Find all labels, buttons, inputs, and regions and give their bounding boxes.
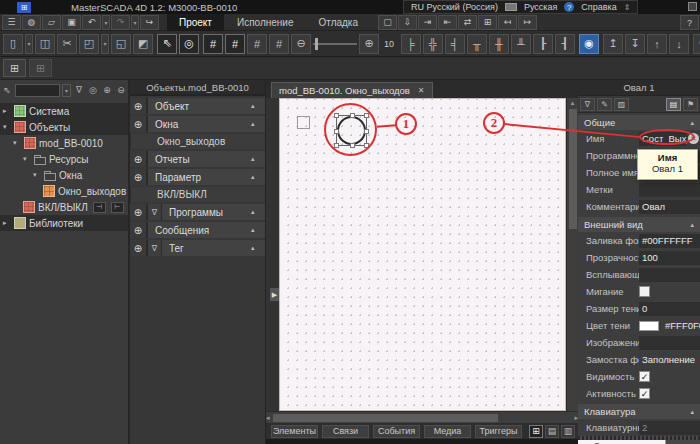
flag-icon[interactable]: ⚑ — [683, 98, 698, 111]
section-keyboard[interactable]: Клавиатура ▴ — [578, 404, 700, 419]
chevron-down-icon[interactable]: ▾ — [23, 155, 31, 163]
add-icon[interactable]: ⊕ — [130, 151, 148, 167]
help-link[interactable]: Справка — [581, 2, 616, 12]
list-item-output-window[interactable]: Окно_выходов — [130, 134, 265, 149]
tree-item-output-window[interactable]: Окно_выходов — [0, 183, 128, 199]
collapse-icon[interactable]: ▴ — [251, 155, 265, 163]
tree-item-on-off[interactable]: ВКЛ/ВЫКЛ ⊣ ⊢ — [0, 199, 128, 215]
edit-filter-button[interactable]: ✎ — [597, 98, 612, 111]
chevron-down-icon[interactable]: ▾ — [3, 123, 11, 131]
popup-field[interactable] — [639, 268, 700, 282]
tree-item-mod-bb-0010[interactable]: ▾ mod_BB-0010 — [0, 135, 128, 151]
section-appearance[interactable]: Внешний вид ▴ — [578, 217, 700, 232]
fill-color-field[interactable]: #00FFFFFF — [639, 234, 700, 248]
dock-pin-button[interactable]: ⇩ — [398, 15, 417, 30]
settings-button[interactable]: ☰ — [2, 15, 21, 30]
save-button[interactable]: ▣ — [62, 15, 81, 30]
dock-swap-button[interactable]: ⇄ — [458, 15, 477, 30]
keyboard-index-field[interactable]: 2 — [639, 421, 700, 435]
preview-thumbnail[interactable] — [578, 440, 666, 444]
close-icon[interactable]: ✕ — [418, 86, 425, 95]
tab-media[interactable]: Медиа — [424, 425, 471, 438]
tags-field[interactable] — [639, 183, 700, 197]
grid-size-slider[interactable] — [313, 37, 357, 51]
align-center-button[interactable]: ╬ — [423, 34, 443, 54]
tab-elements[interactable]: Элементы — [271, 425, 318, 438]
spinner-icon[interactable]: ⇕ — [624, 3, 631, 12]
panel-splitter[interactable]: ▶ — [266, 98, 279, 411]
group-messages[interactable]: ⊕ Сообщения ▴ — [130, 222, 265, 238]
undo-button[interactable]: ↶ — [82, 15, 101, 30]
duplicate-button[interactable]: ◰ — [79, 34, 99, 54]
filter-icon[interactable]: ∇ — [148, 240, 162, 256]
grid-wide-button[interactable]: # — [269, 34, 289, 54]
paste-special-button[interactable]: ◱ — [111, 34, 131, 54]
add-icon[interactable]: ⊕ — [130, 240, 148, 256]
scroll-left-icon[interactable]: ◂ — [266, 413, 270, 423]
merge-button[interactable]: ◩ — [133, 34, 153, 54]
collapse-icon[interactable]: ▴ — [251, 208, 265, 216]
group-programs[interactable]: ⊕ ∇ Программы ▴ — [130, 204, 265, 220]
open-project-button[interactable]: ▱ — [42, 15, 61, 30]
collapse-icon[interactable]: ▴ — [251, 244, 265, 252]
grid-show-button[interactable]: # — [203, 34, 223, 54]
grid-zoom-out-button[interactable]: ⊖ — [291, 34, 311, 54]
select-tool-button[interactable]: ⇖ — [157, 34, 177, 54]
paste-button[interactable]: ▯ — [3, 34, 23, 54]
copy-button[interactable]: ◫ — [35, 34, 55, 54]
add-child-object-button[interactable]: ⊞ — [29, 59, 52, 77]
activity-checkbox[interactable]: ✓ — [639, 388, 650, 399]
preview-eye-button[interactable]: ◉ — [579, 34, 599, 54]
visibility-checkbox[interactable]: ✓ — [639, 371, 650, 382]
scroll-up-icon[interactable]: ▴ — [571, 98, 575, 108]
tree-filter-input[interactable] — [15, 84, 60, 97]
chevron-right-icon[interactable]: ▸ — [3, 107, 11, 115]
opacity-field[interactable]: 100 — [639, 251, 700, 265]
tab-debug[interactable]: Отладка — [307, 14, 371, 31]
collapse-icon[interactable]: ▴ — [690, 119, 694, 127]
export-button[interactable]: ↪ — [140, 15, 159, 30]
horizontal-scroll-thumb[interactable] — [273, 414, 498, 422]
comment-field[interactable]: Овал — [639, 200, 700, 214]
align-bottom-button[interactable]: ╨ — [511, 34, 531, 54]
align-left-button[interactable]: ╞ — [401, 34, 421, 54]
select-mode-icon[interactable]: ⇖ — [1, 84, 13, 97]
shadow-color-swatch[interactable] — [639, 321, 659, 331]
language-bar[interactable]: RU Русский (Россия) Русская ? Справка ⇕ — [403, 0, 638, 14]
splitter-expand-icon[interactable]: ▶ — [270, 288, 279, 301]
undo-dropdown[interactable]: ▾ — [102, 15, 110, 30]
tree-item-objects[interactable]: ▾ Объекты — [0, 119, 128, 135]
filter-dropdown[interactable]: ▾ — [62, 84, 71, 97]
grid-zoom-in-button[interactable]: ⊕ — [359, 34, 379, 54]
search-zoom-out-icon[interactable]: ⊖ — [115, 84, 127, 97]
language-indicator[interactable]: RU Русский (Россия) — [411, 2, 498, 12]
name-field[interactable]: Сост_Вых_1 — [639, 132, 687, 146]
dock-left-button[interactable]: ⇤ — [438, 15, 457, 30]
dock-right-button[interactable]: ⇥ — [418, 15, 437, 30]
collapse-icon[interactable]: ▴ — [251, 120, 265, 128]
zoom-tool-button[interactable]: ◎ — [179, 34, 199, 54]
paste-dropdown[interactable]: ▾ — [25, 34, 33, 54]
add-icon[interactable]: ⊕ — [130, 204, 148, 220]
grid-snap-button[interactable]: # — [225, 34, 245, 54]
tree-item-resources[interactable]: ▾ Ресурсы — [0, 151, 128, 167]
view-list-button[interactable]: ▤ — [545, 425, 559, 438]
tab-links[interactable]: Связи — [322, 425, 369, 438]
distribute-h-button[interactable]: ┠ — [533, 34, 553, 54]
collapse-icon[interactable]: ▴ — [690, 221, 694, 229]
collapse-icon[interactable]: ▴ — [251, 173, 265, 181]
image-field[interactable] — [639, 336, 700, 350]
tab-project[interactable]: Проект — [167, 14, 224, 31]
add-icon[interactable]: ⊕ — [130, 98, 148, 114]
chevron-right-icon[interactable]: ▸ — [3, 219, 11, 227]
section-general[interactable]: Общие ▴ — [578, 115, 700, 130]
rectangle-element[interactable] — [297, 116, 310, 129]
clear-name-icon[interactable]: ✕ — [688, 133, 699, 144]
link-window-button[interactable]: ▨ — [614, 98, 629, 111]
view-grid-button[interactable]: ⊞ — [529, 425, 543, 438]
dock-frame-button[interactable]: ▢ — [378, 15, 397, 30]
dock-grid-button[interactable]: ⊞ — [478, 15, 497, 30]
align-middle-button[interactable]: ╫ — [489, 34, 509, 54]
list-view-button[interactable]: ▤ — [666, 98, 681, 111]
bring-to-front-button[interactable]: ↥ — [603, 34, 623, 54]
